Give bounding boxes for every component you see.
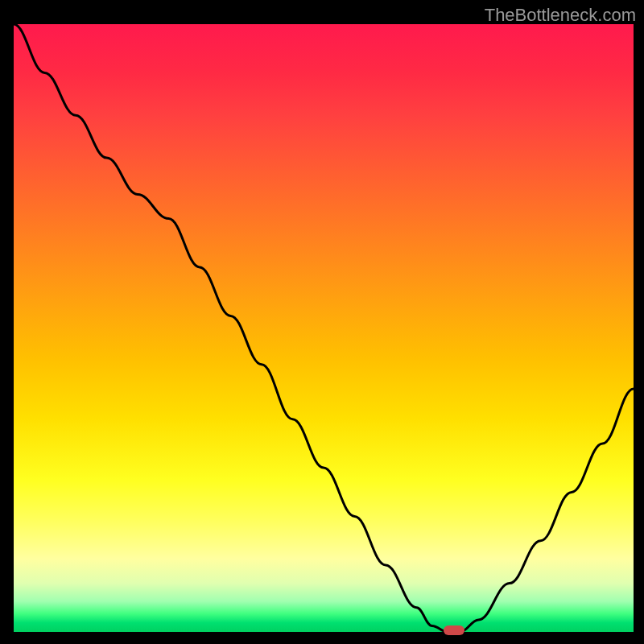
watermark-text: TheBottleneck.com [485, 5, 636, 26]
chart-container: TheBottleneck.com [0, 0, 644, 644]
optimal-point-marker [444, 625, 464, 635]
plot-area [14, 24, 634, 632]
bottleneck-curve [14, 24, 634, 632]
